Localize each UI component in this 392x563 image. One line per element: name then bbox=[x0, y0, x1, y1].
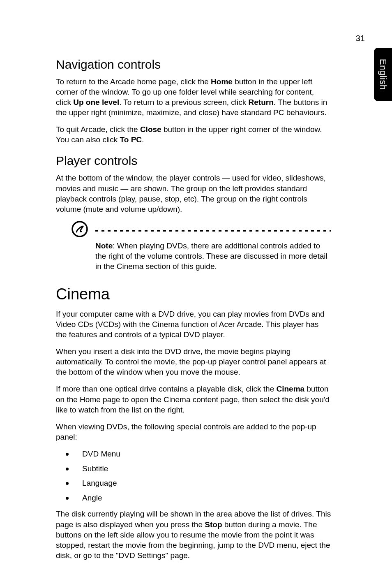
svg-point-0 bbox=[72, 222, 87, 236]
nav-paragraph-2: To quit Arcade, click the Close button i… bbox=[56, 124, 331, 145]
bold-to-pc: To PC bbox=[120, 135, 142, 144]
list-item: Language bbox=[56, 478, 331, 489]
note-text: Note: When playing DVDs, there are addit… bbox=[95, 241, 331, 271]
text: If more than one optical drive contains … bbox=[56, 385, 277, 393]
heading-player-controls: Player controls bbox=[56, 154, 331, 168]
heading-cinema: Cinema bbox=[56, 285, 331, 303]
cinema-bullet-list: DVD Menu Subtitle Language Angle bbox=[56, 449, 331, 503]
text: . bbox=[142, 135, 144, 144]
cinema-paragraph-4: When viewing DVDs, the following special… bbox=[56, 422, 331, 442]
bold-cinema: Cinema bbox=[277, 385, 305, 393]
nav-paragraph-1: To return to the Arcade home page, click… bbox=[56, 76, 331, 118]
list-item: DVD Menu bbox=[56, 449, 331, 459]
list-item: Angle bbox=[56, 493, 331, 503]
page-content: Navigation controls To return to the Arc… bbox=[56, 58, 331, 563]
bold-up-one-level: Up one level bbox=[73, 98, 119, 107]
text: To quit Arcade, click the bbox=[56, 125, 140, 134]
note-label: Note bbox=[95, 241, 113, 250]
note-body: : When playing DVDs, there are additiona… bbox=[95, 241, 327, 271]
cinema-paragraph-3: If more than one optical drive contains … bbox=[56, 384, 331, 415]
page-number: 31 bbox=[356, 34, 365, 43]
text: To return to the Arcade home page, click… bbox=[56, 77, 211, 86]
note-icon bbox=[71, 221, 88, 239]
bold-home: Home bbox=[211, 77, 233, 86]
cinema-paragraph-5: The disk currently playing will be shown… bbox=[56, 509, 331, 560]
text: . To return to a previous screen, click bbox=[119, 98, 248, 107]
list-item: Subtitle bbox=[56, 463, 331, 474]
cinema-paragraph-2: When you insert a disk into the DVD driv… bbox=[56, 346, 331, 377]
heading-navigation-controls: Navigation controls bbox=[56, 58, 331, 72]
cinema-paragraph-1: If your computer came with a DVD drive, … bbox=[56, 309, 331, 340]
bold-close: Close bbox=[140, 125, 161, 134]
bold-stop: Stop bbox=[205, 520, 222, 529]
note-separator bbox=[95, 227, 331, 235]
language-tab-label: English bbox=[378, 59, 388, 90]
bold-return: Return bbox=[249, 98, 274, 107]
language-tab: English bbox=[374, 48, 392, 101]
note-block bbox=[56, 221, 331, 239]
player-paragraph-1: At the bottom of the window, the player … bbox=[56, 173, 331, 214]
